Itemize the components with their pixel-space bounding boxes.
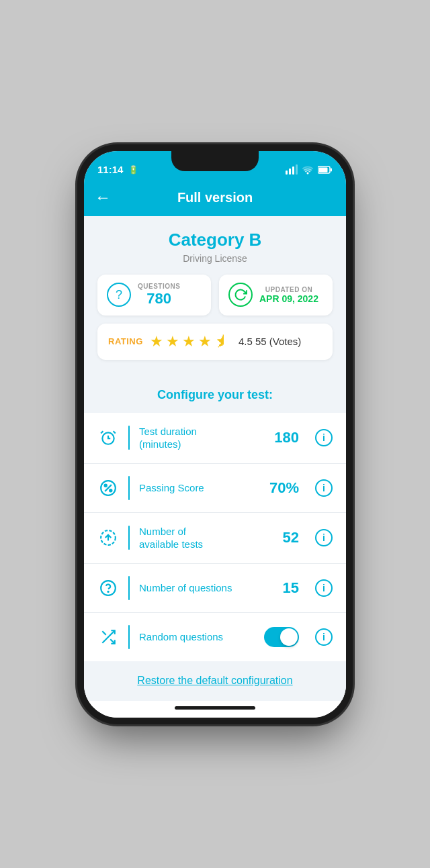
star-1: ★ — [150, 333, 163, 350]
test-duration-value[interactable]: 180 — [265, 429, 299, 446]
rating-text: 4.5 55 (Votes) — [239, 336, 301, 347]
divider — [128, 625, 130, 649]
restore-section: Restore the default configuration — [84, 661, 346, 700]
svg-point-9 — [110, 489, 112, 491]
random-questions-toggle[interactable] — [264, 627, 299, 647]
star-3: ★ — [182, 333, 196, 350]
battery-status-icon — [318, 166, 333, 174]
random-questions-label: Random questions — [139, 630, 255, 644]
rating-card: RATING ★ ★ ★ ★ ⯨ 4.5 55 (Votes) — [97, 324, 333, 360]
svg-point-8 — [105, 484, 107, 486]
divider — [128, 476, 130, 500]
header: ← Full version — [84, 183, 346, 216]
config-item-random-questions: Random questions i — [84, 613, 346, 661]
time-display: 11:14 — [97, 164, 123, 175]
updated-value: APR 09, 2022 — [259, 293, 318, 304]
star-4: ★ — [198, 333, 212, 350]
header-title: Full version — [177, 190, 253, 205]
category-title: Category B — [97, 230, 333, 250]
num-questions-info-button[interactable]: i — [315, 579, 333, 597]
stars: ★ ★ ★ ★ ⯨ — [150, 333, 229, 350]
num-questions-value[interactable]: 15 — [265, 579, 299, 597]
svg-line-4 — [101, 431, 103, 433]
passing-score-label: Passing Score — [139, 481, 256, 495]
updated-label: UPDATED ON — [259, 286, 318, 293]
updated-icon — [228, 283, 253, 307]
restore-default-button[interactable]: Restore the default configuration — [137, 675, 292, 686]
svg-line-5 — [114, 431, 116, 433]
rating-label: RATING — [108, 336, 143, 346]
wifi-icon — [302, 165, 314, 175]
back-button[interactable]: ← — [95, 188, 111, 207]
config-item-passing-score: Passing Score 70% i — [84, 464, 346, 513]
home-indicator — [84, 701, 346, 718]
available-tests-value[interactable]: 52 — [265, 529, 299, 546]
num-questions-icon — [97, 577, 119, 599]
available-tests-info-button[interactable]: i — [315, 529, 333, 546]
divider — [128, 526, 130, 550]
divider — [128, 426, 130, 450]
passing-score-value[interactable]: 70% — [265, 479, 299, 497]
available-tests-label: Number ofavailable tests — [139, 525, 256, 551]
random-questions-info-button[interactable]: i — [315, 628, 333, 646]
toggle-knob — [280, 628, 298, 646]
questions-icon: ? — [107, 283, 131, 307]
updated-card: UPDATED ON APR 09, 2022 — [219, 275, 333, 316]
percent-icon — [97, 477, 119, 499]
battery-icon: 🔋 — [128, 165, 138, 175]
test-duration-info-button[interactable]: i — [315, 429, 333, 446]
divider — [128, 576, 130, 600]
signal-icon — [286, 164, 298, 175]
svg-rect-2 — [331, 168, 332, 171]
config-item-num-questions: Number of questions 15 i — [84, 564, 346, 613]
questions-label: QUESTIONS — [138, 283, 180, 290]
hero-section: Category B Driving License ? QUESTIONS 7… — [84, 216, 346, 377]
home-bar — [175, 706, 255, 710]
svg-line-16 — [102, 631, 105, 634]
configure-title: Configure your test: — [84, 377, 346, 407]
star-2: ★ — [166, 333, 179, 350]
questions-card: ? QUESTIONS 780 — [97, 275, 211, 316]
questions-value: 780 — [138, 290, 180, 307]
stats-row: ? QUESTIONS 780 UPDATED ON — [97, 275, 333, 316]
config-item-test-duration: Test duration(minutes) 180 i — [84, 413, 346, 464]
test-duration-label: Test duration(minutes) — [139, 425, 256, 451]
category-subtitle: Driving License — [97, 253, 333, 264]
svg-rect-1 — [319, 167, 328, 172]
config-item-available-tests: Number ofavailable tests 52 i — [84, 513, 346, 564]
star-5: ⯨ — [214, 333, 229, 350]
alarm-icon — [97, 427, 119, 448]
passing-score-info-button[interactable]: i — [315, 479, 333, 497]
main-content: Category B Driving License ? QUESTIONS 7… — [84, 216, 346, 701]
shuffle-icon — [97, 626, 119, 648]
num-questions-label: Number of questions — [139, 581, 256, 595]
config-list: Test duration(minutes) 180 i Passing Sco… — [84, 413, 346, 661]
available-tests-icon — [97, 527, 119, 548]
